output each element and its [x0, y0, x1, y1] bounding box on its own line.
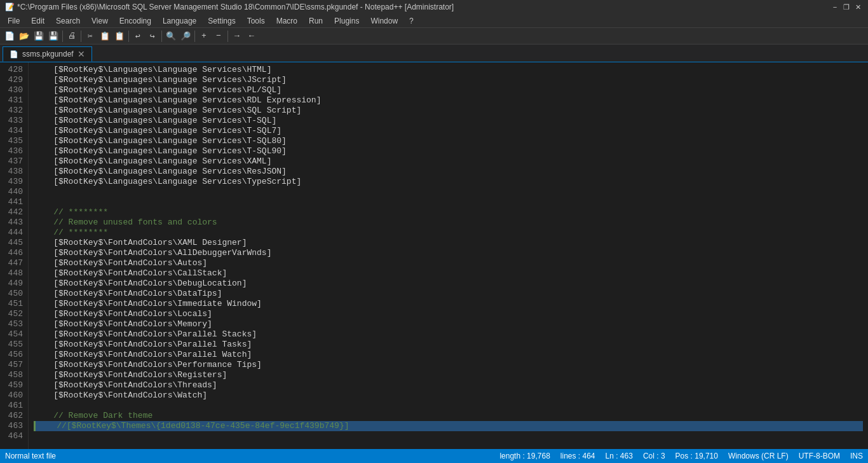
line-number: 450: [0, 289, 23, 299]
toolbar-separator: [128, 31, 129, 42]
code-line: [$RootKey$\FontAndColors\DataTips]: [34, 289, 863, 299]
copy-button[interactable]: 📋: [98, 29, 112, 43]
title-bar-left: 📝 *C:\Program Files (x86)\Microsoft SQL …: [5, 3, 454, 11]
save-all-button[interactable]: 💾: [46, 29, 60, 43]
line-number: 443: [0, 218, 23, 228]
open-file-button[interactable]: 📂: [17, 29, 31, 43]
menu-item-encoding[interactable]: Encoding: [114, 14, 156, 27]
toolbar-separator: [62, 31, 63, 42]
status-left: Normal text file: [5, 452, 56, 460]
code-area[interactable]: [$RootKey$\Languages\Language Services\H…: [29, 62, 868, 449]
paste-button[interactable]: 📋: [112, 29, 126, 43]
tab-close[interactable]: ✕: [78, 49, 85, 59]
zoom-out-button[interactable]: −: [212, 29, 226, 43]
code-line: [$RootKey$\Languages\Language Services\T…: [34, 177, 863, 187]
indent-button[interactable]: →: [230, 29, 244, 43]
file-icon: 📄: [10, 50, 18, 59]
toolbar-separator: [227, 31, 228, 42]
editor-container: 4284294304314324334344354364374384394404…: [0, 62, 868, 449]
line-number: 451: [0, 299, 23, 309]
pos-info: Pos : 19,710: [675, 452, 718, 460]
line-number: 458: [0, 370, 23, 380]
line-number: 442: [0, 207, 23, 218]
replace-button[interactable]: 🔎: [179, 29, 193, 43]
line-numbers: 4284294304314324334344354364374384394404…: [0, 62, 29, 449]
menu-item-window[interactable]: Window: [365, 14, 403, 27]
line-number: 432: [0, 106, 23, 116]
line-number: 460: [0, 390, 23, 401]
title-bar-controls[interactable]: − ❐ ✕: [830, 2, 863, 12]
menu-item-settings[interactable]: Settings: [203, 14, 240, 27]
redo-button[interactable]: ↪: [146, 29, 159, 43]
print-button[interactable]: 🖨: [65, 29, 79, 43]
line-number: 430: [0, 85, 23, 95]
line-number: 454: [0, 329, 23, 340]
code-line: [$RootKey$\FontAndColors\Autos]: [34, 258, 863, 268]
code-line: [34, 187, 863, 197]
menu-item-run[interactable]: Run: [304, 14, 328, 27]
menu-item-search[interactable]: Search: [51, 14, 85, 27]
new-file-button[interactable]: 📄: [3, 29, 17, 43]
code-line: [$RootKey$\FontAndColors\AllDebuggerVarW…: [34, 248, 863, 258]
undo-button[interactable]: ↩: [131, 29, 145, 43]
toolbar-separator: [81, 31, 81, 42]
code-line: [$RootKey$\Languages\Language Services\J…: [34, 75, 863, 85]
tab-bar: 📄ssms.pkgundef✕: [0, 45, 868, 62]
cut-button[interactable]: ✂: [83, 29, 97, 43]
line-number: 464: [0, 431, 23, 441]
ins-mode: INS: [850, 452, 863, 460]
encoding: UTF-8-BOM: [799, 452, 840, 460]
toolbar-separator: [161, 31, 162, 42]
line-number: 437: [0, 156, 23, 167]
line-number: 463: [0, 421, 23, 431]
save-button[interactable]: 💾: [32, 29, 46, 43]
line-number: 428: [0, 65, 23, 75]
code-line: [$RootKey$\Languages\Language Services\H…: [34, 65, 863, 75]
code-line: [34, 431, 863, 441]
line-number: 448: [0, 268, 23, 279]
find-button[interactable]: 🔍: [164, 29, 178, 43]
code-line: [$RootKey$\FontAndColors\Parallel Watch]: [34, 350, 863, 360]
code-line: [$RootKey$\FontAndColors\Immediate Windo…: [34, 299, 863, 309]
line-number: 455: [0, 340, 23, 350]
menu-item-?[interactable]: ?: [404, 14, 419, 27]
code-line: [$RootKey$\Languages\Language Services\P…: [34, 85, 863, 95]
line-number: 453: [0, 319, 23, 329]
code-line: [$RootKey$\Languages\Language Services\R…: [34, 167, 863, 177]
menu-item-file[interactable]: File: [3, 14, 25, 27]
line-number: 436: [0, 146, 23, 156]
outdent-button[interactable]: ←: [245, 29, 259, 43]
menu-item-edit[interactable]: Edit: [26, 14, 50, 27]
line-number: 441: [0, 197, 23, 207]
code-line: [$RootKey$\FontAndColors\Parallel Tasks]: [34, 340, 863, 350]
zoom-in-button[interactable]: +: [197, 29, 211, 43]
line-number: 459: [0, 380, 23, 390]
line-number: 435: [0, 136, 23, 146]
menu-item-macro[interactable]: Macro: [271, 14, 302, 27]
line-number: 446: [0, 248, 23, 258]
menu-bar: FileEditSearchViewEncodingLanguageSettin…: [0, 14, 868, 28]
tab-ssms.pkgundef[interactable]: 📄ssms.pkgundef✕: [3, 46, 92, 62]
code-line: // ********: [34, 207, 863, 218]
menu-item-view[interactable]: View: [86, 14, 113, 27]
code-line: [$RootKey$\Languages\Language Services\T…: [34, 116, 863, 126]
line-number: 429: [0, 75, 23, 85]
line-number: 440: [0, 187, 23, 197]
restore-button[interactable]: ❐: [841, 2, 851, 12]
menu-item-language[interactable]: Language: [158, 14, 201, 27]
ln-info: Ln : 463: [606, 452, 633, 460]
line-number: 456: [0, 350, 23, 360]
code-line: [$RootKey$\Languages\Language Services\T…: [34, 146, 863, 156]
menu-item-plugins[interactable]: Plugins: [329, 14, 364, 27]
code-line: [$RootKey$\FontAndColors\Parallel Stacks…: [34, 329, 863, 340]
code-line: [$RootKey$\FontAndColors\CallStack]: [34, 268, 863, 279]
code-line: [$RootKey$\Languages\Language Services\S…: [34, 106, 863, 116]
menu-item-tools[interactable]: Tools: [242, 14, 270, 27]
line-number: 444: [0, 228, 23, 238]
line-ending: Windows (CR LF): [728, 452, 789, 460]
close-button[interactable]: ✕: [853, 2, 863, 12]
code-line: [$RootKey$\Languages\Language Services\X…: [34, 156, 863, 167]
minimize-button[interactable]: −: [830, 2, 840, 12]
code-line: [$RootKey$\FontAndColors\Locals]: [34, 309, 863, 319]
code-line: [$RootKey$\FontAndColors\DebugLocation]: [34, 279, 863, 289]
